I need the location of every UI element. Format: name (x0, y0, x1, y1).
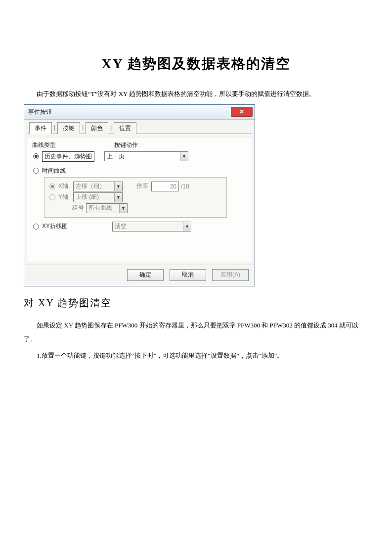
tab-event-panel: 曲线类型 按键动作 历史事件、趋势图 上一页 ▼ (27, 138, 252, 262)
dialog-button-row: 确定 取消 应用(A) (24, 265, 255, 286)
label-y-axis: Y轴 (58, 193, 73, 201)
label-key-action: 按键动作 (114, 141, 138, 149)
chevron-down-icon: ▼ (114, 193, 122, 202)
label-x-axis: X轴 (58, 182, 73, 190)
tab-color[interactable]: 颜色 (86, 122, 108, 134)
section-heading: 对 XY 趋势图清空 (24, 296, 368, 310)
tab-event[interactable]: 事件 (29, 122, 52, 134)
radio-history-event-label: 历史事件、趋势图 (42, 151, 94, 162)
event-button-dialog: 事件按钮 ✕ 事件 | 按键 | 颜色 | 位置 曲线类型 (24, 104, 255, 286)
radio-x-axis (49, 184, 55, 189)
dialog-figure: 事件按钮 ✕ 事件 | 按键 | 颜色 | 位置 曲线类型 (24, 104, 368, 286)
intro-paragraph: 由于数据移动按钮“T”没有对 XY 趋势图和数据表格的清空功能，所以要手动的赋值… (24, 87, 368, 101)
time-curve-panel: X轴 左移（细） ▼ 倍率 20 /10 Y轴 (44, 177, 227, 218)
combo-clear: 清空 ▼ (112, 222, 191, 231)
tab-key[interactable]: 按键 (57, 122, 80, 134)
radio-history-event[interactable] (33, 153, 39, 159)
dialog-close-button[interactable]: ✕ (231, 107, 253, 117)
radio-time-curve[interactable] (33, 168, 39, 174)
label-rate: 倍率 (136, 182, 148, 190)
rate-input: 20 (151, 182, 179, 191)
radio-xy-line-label: XY折线图 (42, 222, 68, 231)
combo-y-move: 上移 (细) ▼ (73, 192, 123, 202)
paragraph-pfw300: 如果设定 XY 趋势图保存在 PFW300 开始的寄存器里，那么只要把双字 PF… (24, 319, 368, 347)
label-curve-type: 曲线类型 (32, 141, 104, 149)
radio-y-axis (49, 194, 55, 200)
chevron-down-icon: ▼ (119, 204, 127, 213)
ok-button[interactable]: 确定 (127, 269, 164, 281)
chevron-down-icon: ▼ (183, 222, 191, 231)
dialog-tabs: 事件 | 按键 | 颜色 | 位置 (27, 122, 252, 134)
label-group-no: 组号 (72, 204, 84, 212)
paragraph-step1: 1.放置一个功能键，按键功能选择“按下时”，可选功能里选择“设置数据”，点击“添… (24, 349, 368, 363)
chevron-down-icon: ▼ (114, 182, 122, 191)
tab-position[interactable]: 位置 (114, 122, 136, 134)
radio-time-curve-label: 时间曲线 (42, 167, 66, 175)
combo-x-move: 左移（细） ▼ (73, 182, 123, 191)
apply-button: 应用(A) (212, 269, 249, 281)
cancel-button[interactable]: 取消 (170, 269, 206, 281)
chevron-down-icon: ▼ (180, 152, 188, 161)
combo-prev-page[interactable]: 上一页 ▼ (104, 151, 188, 161)
rate-suffix: /10 (181, 183, 189, 190)
dialog-titlebar: 事件按钮 ✕ (24, 105, 255, 120)
close-icon: ✕ (239, 109, 244, 115)
radio-xy-line[interactable] (33, 224, 39, 230)
combo-group: 所有曲线 ▼ (86, 203, 128, 213)
dialog-title: 事件按钮 (28, 108, 52, 116)
page-title: XY 趋势图及数据表格的清空 (24, 54, 368, 73)
